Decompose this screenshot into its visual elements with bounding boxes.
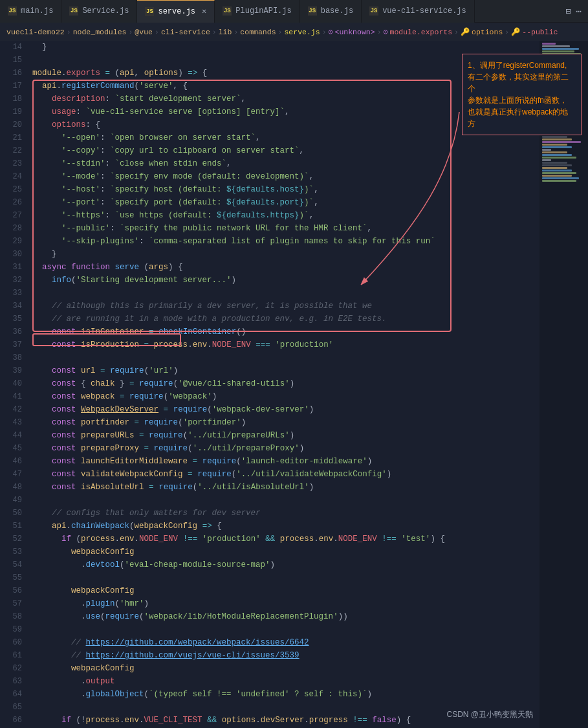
code-line-23: '--stdin': `close when stdin ends`, bbox=[32, 157, 539, 170]
close-icon[interactable]: ✕ bbox=[202, 6, 206, 16]
code-line-28: '--public': `specify the public network … bbox=[32, 222, 539, 235]
line-number: 19 bbox=[0, 105, 28, 118]
tab-label: Service.js bbox=[82, 6, 129, 16]
line-number: 39 bbox=[0, 364, 28, 377]
line-number: 60 bbox=[0, 636, 28, 649]
more-icon[interactable]: ⋯ bbox=[576, 6, 582, 17]
line-number: 48 bbox=[0, 481, 28, 494]
line-number: 64 bbox=[0, 688, 28, 701]
line-number: 50 bbox=[0, 507, 28, 520]
line-number: 43 bbox=[0, 416, 28, 429]
tab-base-js[interactable]: JS base.js bbox=[300, 0, 362, 23]
line-numbers: 14 15 16 17 18 19 20 21 22 23 24 25 26 2… bbox=[0, 41, 28, 728]
code-line-48: const isAbsoluteUrl = require('../util/i… bbox=[32, 481, 539, 494]
line-number: 23 bbox=[0, 157, 28, 170]
code-line-51: api.chainWebpack(webpackConfig => { bbox=[32, 520, 539, 533]
code-line-25: '--host': `specify host (default: ${defa… bbox=[32, 183, 539, 196]
line-number: 66 bbox=[0, 714, 28, 727]
code-line-46: const launchEditorMiddleware = require('… bbox=[32, 455, 539, 468]
code-line-42: const WebpackDevServer = require('webpac… bbox=[32, 403, 539, 416]
line-number: 59 bbox=[0, 623, 28, 636]
tab-label: serve.js bbox=[158, 7, 195, 16]
line-number: 34 bbox=[0, 300, 28, 313]
code-line-32: info('Starting development server...') bbox=[32, 274, 539, 287]
tab-label: base.js bbox=[321, 6, 353, 16]
code-line-41: const webpack = require('webpack') bbox=[32, 390, 539, 403]
line-number: 35 bbox=[0, 313, 28, 325]
tab-main-js[interactable]: JS main.js bbox=[0, 0, 61, 23]
line-number: 56 bbox=[0, 584, 28, 597]
line-number: 61 bbox=[0, 649, 28, 662]
code-line-43: const portfinder = require('portfinder') bbox=[32, 416, 539, 429]
line-number: 14 bbox=[0, 41, 28, 54]
code-line-37: const isProduction = process.env.NODE_EN… bbox=[32, 338, 539, 351]
code-line-24: '--mode': `specify env mode (default: de… bbox=[32, 170, 539, 183]
line-number: 47 bbox=[0, 468, 28, 481]
tab-label: main.js bbox=[21, 6, 53, 16]
line-number: 20 bbox=[0, 118, 28, 131]
tab-plugin-api-js[interactable]: JS PluginAPI.js bbox=[215, 0, 299, 23]
editor-container: 1、调用了registerCommand,有二个参数，其实这里的第二个参数就是上… bbox=[0, 41, 588, 728]
code-line-34: // although this is primarily a dev serv… bbox=[32, 300, 539, 313]
line-number: 26 bbox=[0, 196, 28, 209]
code-line-55 bbox=[32, 571, 539, 584]
line-number: 27 bbox=[0, 209, 28, 222]
line-number: 57 bbox=[0, 597, 28, 610]
line-number: 31 bbox=[0, 261, 28, 274]
line-number: 24 bbox=[0, 170, 28, 183]
code-area[interactable]: } module.exports = (api, options) => { a… bbox=[28, 41, 539, 728]
line-number: 65 bbox=[0, 701, 28, 714]
line-number: 22 bbox=[0, 144, 28, 157]
code-line-27: '--https': `use https (default: ${defaul… bbox=[32, 209, 539, 222]
code-line-29: '--skip-plugins': `comma-separated list … bbox=[32, 235, 539, 248]
split-editor-icon[interactable]: ⊟ bbox=[565, 6, 571, 17]
js-icon: JS bbox=[8, 6, 17, 16]
line-number: 53 bbox=[0, 546, 28, 558]
code-line-44: const prepareURLs = require('../util/pre… bbox=[32, 429, 539, 442]
code-line-47: const validateWebpackConfig = require('.… bbox=[32, 468, 539, 481]
line-number: 42 bbox=[0, 403, 28, 416]
line-number: 32 bbox=[0, 274, 28, 287]
code-line-49 bbox=[32, 494, 539, 507]
tab-service-js[interactable]: JS Service.js bbox=[61, 0, 137, 23]
line-number: 36 bbox=[0, 325, 28, 338]
tab-label: PluginAPI.js bbox=[235, 6, 291, 16]
code-line-64: .globalObject(`(typeof self !== 'undefin… bbox=[32, 688, 539, 701]
line-number: 18 bbox=[0, 93, 28, 105]
code-line-59 bbox=[32, 623, 539, 636]
line-number: 41 bbox=[0, 390, 28, 403]
line-number: 15 bbox=[0, 54, 28, 67]
line-number: 44 bbox=[0, 429, 28, 442]
code-line-45: const prepareProxy = require('../util/pr… bbox=[32, 442, 539, 455]
line-number: 30 bbox=[0, 248, 28, 261]
js-icon: JS bbox=[308, 6, 317, 16]
tab-serve-js[interactable]: JS serve.js ✕ bbox=[137, 0, 215, 23]
line-number: 46 bbox=[0, 455, 28, 468]
code-line-14: } bbox=[32, 41, 539, 54]
tab-vue-cli-service-js[interactable]: JS vue-cli-service.js bbox=[362, 0, 475, 23]
line-number: 33 bbox=[0, 287, 28, 300]
line-number: 52 bbox=[0, 533, 28, 546]
line-number: 51 bbox=[0, 520, 28, 533]
line-number: 16 bbox=[0, 67, 28, 80]
line-number: 40 bbox=[0, 377, 28, 390]
tab-bar: JS main.js JS Service.js JS serve.js ✕ J… bbox=[0, 0, 588, 23]
line-number: 55 bbox=[0, 571, 28, 584]
line-number: 54 bbox=[0, 558, 28, 571]
tab-label: vue-cli-service.js bbox=[382, 6, 466, 16]
code-line-50: // configs that only matters for dev ser… bbox=[32, 507, 539, 520]
js-icon: JS bbox=[223, 6, 232, 16]
code-line-58: .use(require('webpack/lib/HotModuleRepla… bbox=[32, 610, 539, 623]
line-number: 25 bbox=[0, 183, 28, 196]
code-line-62: webpackConfig bbox=[32, 662, 539, 675]
code-line-56: webpackConfig bbox=[32, 584, 539, 597]
code-line-61: // https://github.com/vuejs/vue-cli/issu… bbox=[32, 649, 539, 662]
annotation-text: 1、调用了registerCommand,有二个参数，其实这里的第二个参数就是上… bbox=[468, 61, 569, 128]
code-line-35: // are running it in a mode with a produ… bbox=[32, 313, 539, 325]
line-number: 58 bbox=[0, 610, 28, 623]
js-icon: JS bbox=[369, 6, 378, 16]
code-line-30: } bbox=[32, 248, 539, 261]
code-line-60: // https://github.com/webpack/webpack/is… bbox=[32, 636, 539, 649]
code-line-36: const isInContainer = checkInContainer() bbox=[32, 325, 539, 338]
code-line-63: .output bbox=[32, 675, 539, 688]
